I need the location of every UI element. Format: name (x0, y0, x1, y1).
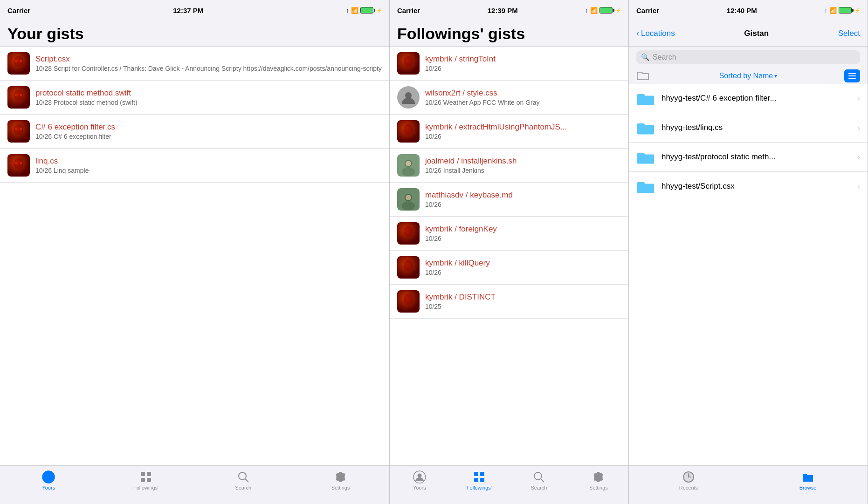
svg-point-11 (20, 128, 22, 130)
chevron-right-icon: › (857, 182, 860, 191)
tab-recents[interactable]: Recents (629, 470, 748, 490)
item-subtitle: 10/25 (425, 303, 621, 310)
time-1: 12:37 PM (173, 7, 203, 14)
wifi-icon-2: 📶 (590, 7, 598, 14)
list-item[interactable]: kymbrik / killQuery10/26 (390, 251, 628, 285)
list-item[interactable]: wilsonx2rt / style.css10/26 Weather App … (390, 81, 628, 115)
tab-yours-1[interactable]: Yours (0, 470, 97, 490)
avatar (397, 52, 420, 75)
time-3: 12:40 PM (727, 7, 757, 14)
sort-chevron-icon: ▾ (774, 73, 777, 79)
item-title: Script.csx (35, 54, 382, 64)
avatar (397, 256, 420, 279)
tab-search-1[interactable]: Search (194, 470, 292, 490)
svg-point-35 (402, 201, 415, 211)
folder-icon (636, 178, 655, 194)
page-title-2: Followings' gists (397, 26, 525, 41)
svg-point-26 (405, 92, 412, 99)
folder-icon (636, 149, 655, 165)
folder-item[interactable]: hhyyg-test/linq.cs› (629, 113, 868, 143)
svg-point-44 (417, 474, 421, 478)
chevron-right-icon: › (857, 123, 860, 133)
item-subtitle: 10/26 (425, 133, 621, 140)
folder-item[interactable]: hhyyg-test/C# 6 exception filter...› (629, 84, 868, 113)
list-item[interactable]: joalmeid / installjenkins.sh10/26 Instal… (390, 149, 628, 183)
svg-rect-45 (474, 472, 478, 476)
back-button[interactable]: ‹ Locations (636, 28, 675, 38)
tab-settings-2[interactable]: Settings (569, 470, 628, 490)
tab-label-followings-2: Followings' (467, 485, 492, 490)
sort-label[interactable]: Sorted by Name ▾ (719, 72, 778, 80)
folder-item[interactable]: hhyyg-test/Script.csx› (629, 172, 868, 201)
tab-bar-2: Yours Followings' Search (390, 465, 628, 504)
panel-yours: Carrier 12:37 PM ↑ 📶 ⚡ Your gists Script… (0, 0, 390, 504)
svg-point-10 (15, 128, 18, 130)
select-button[interactable]: Select (838, 29, 860, 38)
tab-browse[interactable]: Browse (748, 470, 868, 490)
wifi-icon-1: 📶 (351, 7, 358, 14)
list-item[interactable]: kymbrik / extractHtmlUsingPhantomJS...10… (390, 115, 628, 149)
avatar (397, 154, 420, 177)
tab-label-yours-1: Yours (42, 485, 55, 490)
chevron-right-icon: › (857, 152, 860, 162)
search-input-wrap[interactable]: 🔍 Search (636, 50, 860, 64)
svg-rect-48 (480, 478, 484, 482)
item-subtitle: 10/26 C# 6 exception filter (35, 133, 382, 140)
tab-yours-2[interactable]: Yours (390, 470, 449, 490)
item-title: kymbrik / killQuery (425, 259, 621, 268)
folder-item[interactable]: hhyyg-test/protocol static meth...› (629, 143, 868, 172)
svg-point-31 (402, 167, 415, 177)
list-item[interactable]: C# 6 exception filter.cs10/26 C# 6 excep… (0, 115, 389, 149)
folder-outline-icon (636, 69, 649, 82)
avatar (7, 154, 30, 177)
grid-icon-1 (139, 470, 152, 484)
svg-point-28 (404, 124, 413, 135)
status-bar-1: Carrier 12:37 PM ↑ 📶 ⚡ (0, 0, 389, 20)
item-title: matthiasdv / keybase.md (425, 191, 621, 200)
status-bar-3: Carrier 12:40 PM ↑ 📶 ⚡ (629, 0, 868, 20)
tab-followings-2[interactable]: Followings' (449, 470, 509, 490)
svg-point-3 (20, 60, 22, 62)
svg-point-38 (404, 226, 413, 237)
folder-name: hhyyg-test/protocol static meth... (661, 152, 857, 162)
tab-followings-1[interactable]: Followings' (97, 470, 195, 490)
svg-point-49 (534, 472, 542, 480)
search-glass-icon: 🔍 (641, 53, 650, 61)
bolt-1: ⚡ (376, 8, 382, 13)
tab-label-recents: Recents (679, 485, 698, 490)
svg-point-6 (15, 94, 18, 96)
folder-icon (636, 90, 655, 106)
right-icons-3: ↑ 📶 ⚡ (825, 7, 861, 14)
tab-bar-3: Recents Browse (629, 465, 868, 504)
svg-rect-18 (141, 472, 145, 476)
list-item[interactable]: kymbrik / stringToInt10/26 (390, 47, 628, 81)
battery-icon-3 (839, 7, 852, 14)
tab-search-2[interactable]: Search (509, 470, 569, 490)
list-view-button[interactable] (844, 69, 860, 82)
wifi-icon-3: 📶 (829, 7, 837, 14)
tab-label-browse: Browse (799, 485, 817, 490)
svg-line-23 (245, 479, 248, 483)
location-icon-2: ↑ (585, 7, 588, 14)
list-item[interactable]: matthiasdv / keybase.md10/26 (390, 183, 628, 217)
item-title: linq.cs (35, 157, 382, 166)
ios-nav-3: ‹ Locations Gistan Select (629, 20, 868, 47)
svg-point-15 (20, 162, 22, 164)
item-title: wilsonx2rt / style.css (425, 89, 621, 98)
gear-icon-tab-2 (592, 470, 605, 484)
battery-icon-2 (599, 7, 613, 14)
item-subtitle: 10/28 Protocol static method (swift) (35, 99, 382, 106)
svg-point-2 (15, 60, 18, 62)
list-item[interactable]: kymbrik / DISTINCT10/25 (390, 285, 628, 319)
svg-rect-19 (147, 472, 151, 476)
folder-name: hhyyg-test/linq.cs (661, 123, 857, 132)
tab-settings-1[interactable]: Settings (292, 470, 389, 490)
list-item[interactable]: linq.cs10/26 Linq sample (0, 149, 389, 183)
tab-label-followings-1: Followings' (133, 485, 158, 490)
folder-name: hhyyg-test/C# 6 exception filter... (661, 94, 857, 103)
list-item[interactable]: kymbrik / foreignKey10/26 (390, 217, 628, 251)
list-item[interactable]: Script.csx10/28 Script for Controller.cs… (0, 47, 389, 81)
grid-icon-2 (473, 470, 486, 484)
list-item[interactable]: protocol static method.swift10/28 Protoc… (0, 81, 389, 115)
panel-followings: Carrier 12:39 PM ↑ 📶 ⚡ Followings' gists… (390, 0, 629, 504)
